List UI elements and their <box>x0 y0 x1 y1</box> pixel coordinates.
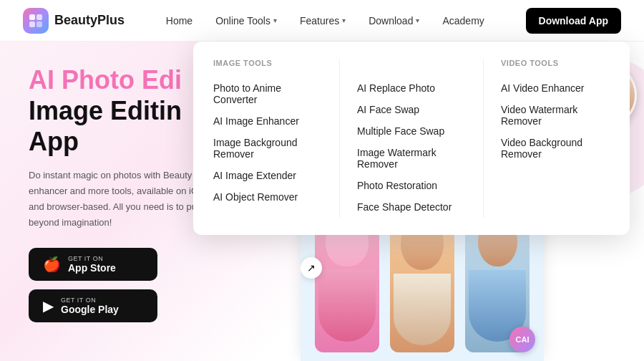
dropdown-video-col: Video Tools AI Video Enhancer Video Wate… <box>501 59 610 218</box>
nav-home[interactable]: Home <box>166 15 192 27</box>
apple-icon: 🍎 <box>43 256 61 273</box>
google-play-text: GET IT ON Google Play <box>61 297 119 315</box>
dropdown-image-col1: Image Tools Photo to Anime Converter AI … <box>213 59 322 218</box>
dropdown-item-ai-image-enhancer[interactable]: AI Image Enhancer <box>213 110 322 132</box>
dropdown-image-col2: Image Tools AI Replace Photo AI Face Swa… <box>357 59 466 218</box>
download-app-button[interactable]: Download App <box>526 8 621 34</box>
dropdown-item-multiple-face-swap[interactable]: Multiple Face Swap <box>357 120 466 142</box>
dropdown-item-ai-face-swap[interactable]: AI Face Swap <box>357 99 466 120</box>
app-store-text: GET IT ON App Store <box>68 255 116 274</box>
svg-rect-2 <box>29 21 35 27</box>
logo[interactable]: BeautyPlus <box>23 8 125 34</box>
nav: Home Online Tools ▾ Features ▾ Download … <box>166 15 484 27</box>
dropdown-menu: Image Tools Photo to Anime Converter AI … <box>193 42 630 235</box>
nav-features[interactable]: Features ▾ <box>300 15 346 27</box>
svg-rect-1 <box>36 14 42 20</box>
dropdown-item-ai-image-extender[interactable]: AI Image Extender <box>213 165 322 186</box>
svg-rect-3 <box>36 21 42 27</box>
logo-text: BeautyPlus <box>54 13 125 28</box>
store-buttons: 🍎 GET IT ON App Store ▶ GET IT ON Google… <box>29 248 315 322</box>
dropdown-item-video-watermark-remover[interactable]: Video Watermark Remover <box>501 99 610 132</box>
dropdown-item-video-bg-remover[interactable]: Video Background Remover <box>501 132 610 165</box>
dropdown-item-image-watermark-remover[interactable]: Image Watermark Remover <box>357 142 466 175</box>
dropdown-item-ai-replace-photo[interactable]: AI Replace Photo <box>357 77 466 99</box>
google-play-button[interactable]: ▶ GET IT ON Google Play <box>29 289 157 322</box>
nav-academy[interactable]: Academy <box>442 15 484 27</box>
video-tools-label: Video Tools <box>501 59 610 67</box>
dropdown-item-photo-anime[interactable]: Photo to Anime Converter <box>213 77 322 110</box>
logo-icon <box>23 8 49 34</box>
chevron-down-icon: ▾ <box>416 16 419 24</box>
dropdown-item-face-shape-detector[interactable]: Face Shape Detector <box>357 196 466 218</box>
dropdown-item-image-bg-remover[interactable]: Image Background Remover <box>213 132 322 165</box>
dropdown-item-ai-video-enhancer[interactable]: AI Video Enhancer <box>501 77 610 99</box>
nav-online-tools[interactable]: Online Tools ▾ <box>215 15 277 27</box>
nav-download[interactable]: Download ▾ <box>369 15 419 27</box>
header: BeautyPlus Home Online Tools ▾ Features … <box>0 0 644 42</box>
dropdown-divider-2 <box>483 59 484 218</box>
chevron-down-icon: ▾ <box>342 16 346 24</box>
svg-rect-0 <box>29 14 35 20</box>
chevron-down-icon: ▾ <box>273 16 277 24</box>
app-store-button[interactable]: 🍎 GET IT ON App Store <box>29 248 157 281</box>
dropdown-item-ai-object-remover[interactable]: AI Object Remover <box>213 186 322 208</box>
dropdown-divider-1 <box>339 59 340 218</box>
image-tools-label: Image Tools <box>213 59 322 67</box>
dropdown-item-photo-restoration[interactable]: Photo Restoration <box>357 175 466 196</box>
ai-badge: CAI <box>509 327 535 352</box>
android-icon: ▶ <box>43 297 54 314</box>
